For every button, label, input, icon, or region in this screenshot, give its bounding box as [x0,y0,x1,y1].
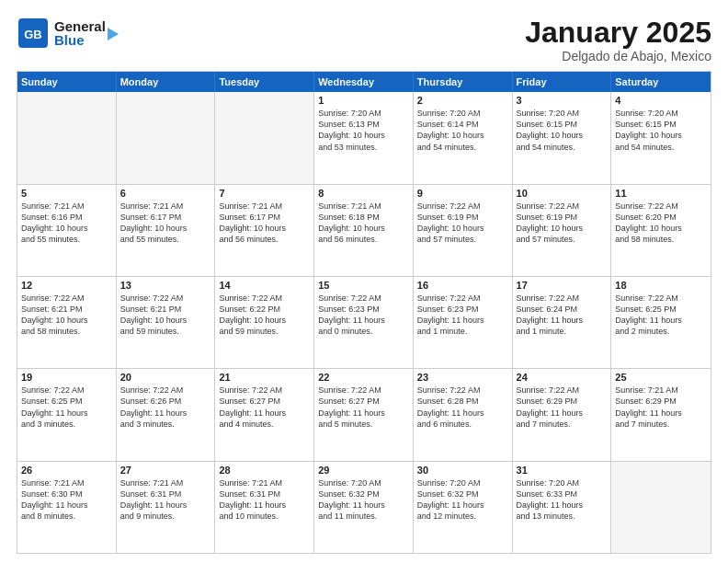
day-cell-17: 17Sunrise: 7:22 AM Sunset: 6:24 PM Dayli… [513,277,612,368]
cell-info: Sunrise: 7:21 AM Sunset: 6:29 PM Dayligh… [615,385,707,430]
day-cell-25: 25Sunrise: 7:21 AM Sunset: 6:29 PM Dayli… [611,369,711,460]
day-number: 6 [120,188,211,199]
weekday-header-tuesday: Tuesday [215,72,314,92]
day-number: 5 [21,188,112,199]
svg-text:GB: GB [24,28,42,41]
day-number: 24 [517,372,608,383]
day-number: 4 [615,95,707,106]
calendar-body: 1Sunrise: 7:20 AM Sunset: 6:13 PM Daylig… [17,92,711,553]
day-cell-27: 27Sunrise: 7:21 AM Sunset: 6:31 PM Dayli… [117,462,216,553]
day-number: 21 [219,372,310,383]
header: GB General Blue January 2025 Delgado de … [17,17,711,63]
cell-info: Sunrise: 7:22 AM Sunset: 6:25 PM Dayligh… [615,293,707,338]
day-cell-18: 18Sunrise: 7:22 AM Sunset: 6:25 PM Dayli… [611,277,711,368]
page: GB General Blue January 2025 Delgado de … [0,0,728,563]
calendar-row-1: 5Sunrise: 7:21 AM Sunset: 6:16 PM Daylig… [17,184,711,276]
cell-info: Sunrise: 7:22 AM Sunset: 6:23 PM Dayligh… [417,293,508,338]
title-block: January 2025 Delgado de Abajo, Mexico [525,17,711,63]
day-cell-1: 1Sunrise: 7:20 AM Sunset: 6:13 PM Daylig… [314,92,414,183]
day-number: 17 [517,280,608,291]
day-number: 14 [219,280,310,291]
logo: GB General Blue [17,17,119,50]
day-number: 1 [318,95,409,106]
day-cell-16: 16Sunrise: 7:22 AM Sunset: 6:23 PM Dayli… [414,277,513,368]
day-cell-12: 12Sunrise: 7:22 AM Sunset: 6:21 PM Dayli… [17,277,117,368]
location: Delgado de Abajo, Mexico [525,49,711,63]
calendar: SundayMondayTuesdayWednesdayThursdayFrid… [17,71,711,554]
day-number: 19 [21,372,112,383]
cell-info: Sunrise: 7:22 AM Sunset: 6:29 PM Dayligh… [517,385,608,430]
calendar-row-0: 1Sunrise: 7:20 AM Sunset: 6:13 PM Daylig… [17,92,711,183]
day-cell-28: 28Sunrise: 7:21 AM Sunset: 6:31 PM Dayli… [215,462,314,553]
day-number: 15 [318,280,409,291]
day-cell-14: 14Sunrise: 7:22 AM Sunset: 6:22 PM Dayli… [215,277,314,368]
day-cell-26: 26Sunrise: 7:21 AM Sunset: 6:30 PM Dayli… [17,462,117,553]
day-cell-4: 4Sunrise: 7:20 AM Sunset: 6:15 PM Daylig… [611,92,711,183]
empty-cell-r0c0 [17,92,117,183]
day-cell-31: 31Sunrise: 7:20 AM Sunset: 6:33 PM Dayli… [513,462,612,553]
cell-info: Sunrise: 7:20 AM Sunset: 6:14 PM Dayligh… [417,108,508,153]
day-number: 8 [318,188,409,199]
day-number: 2 [417,95,508,106]
day-cell-10: 10Sunrise: 7:22 AM Sunset: 6:19 PM Dayli… [513,185,612,276]
empty-cell-r0c2 [215,92,314,183]
cell-info: Sunrise: 7:22 AM Sunset: 6:24 PM Dayligh… [517,293,608,338]
day-cell-3: 3Sunrise: 7:20 AM Sunset: 6:15 PM Daylig… [513,92,612,183]
day-cell-20: 20Sunrise: 7:22 AM Sunset: 6:26 PM Dayli… [117,369,216,460]
cell-info: Sunrise: 7:22 AM Sunset: 6:23 PM Dayligh… [318,293,409,338]
cell-info: Sunrise: 7:20 AM Sunset: 6:15 PM Dayligh… [517,108,608,153]
cell-info: Sunrise: 7:21 AM Sunset: 6:18 PM Dayligh… [318,201,409,246]
cell-info: Sunrise: 7:22 AM Sunset: 6:19 PM Dayligh… [517,201,608,246]
cell-info: Sunrise: 7:20 AM Sunset: 6:32 PM Dayligh… [417,477,508,523]
day-number: 3 [517,95,608,106]
day-cell-22: 22Sunrise: 7:22 AM Sunset: 6:27 PM Dayli… [314,369,414,460]
weekday-header-friday: Friday [513,72,612,92]
weekday-header-saturday: Saturday [611,72,711,92]
cell-info: Sunrise: 7:22 AM Sunset: 6:25 PM Dayligh… [21,385,112,430]
calendar-row-3: 19Sunrise: 7:22 AM Sunset: 6:25 PM Dayli… [17,368,711,460]
day-number: 23 [417,372,508,383]
cell-info: Sunrise: 7:21 AM Sunset: 6:30 PM Dayligh… [21,477,112,523]
day-number: 18 [615,280,707,291]
day-cell-30: 30Sunrise: 7:20 AM Sunset: 6:32 PM Dayli… [414,462,513,553]
day-cell-6: 6Sunrise: 7:21 AM Sunset: 6:17 PM Daylig… [117,185,216,276]
day-cell-11: 11Sunrise: 7:22 AM Sunset: 6:20 PM Dayli… [611,185,711,276]
cell-info: Sunrise: 7:22 AM Sunset: 6:19 PM Dayligh… [417,201,508,246]
cell-info: Sunrise: 7:22 AM Sunset: 6:21 PM Dayligh… [120,293,211,338]
day-number: 27 [120,465,211,476]
cell-info: Sunrise: 7:22 AM Sunset: 6:28 PM Dayligh… [417,385,508,430]
cell-info: Sunrise: 7:22 AM Sunset: 6:26 PM Dayligh… [120,385,211,430]
day-number: 12 [21,280,112,291]
cell-info: Sunrise: 7:20 AM Sunset: 6:15 PM Dayligh… [615,108,707,153]
day-number: 26 [21,465,112,476]
cell-info: Sunrise: 7:21 AM Sunset: 6:17 PM Dayligh… [219,201,310,246]
weekday-header-sunday: Sunday [17,72,117,92]
day-cell-23: 23Sunrise: 7:22 AM Sunset: 6:28 PM Dayli… [414,369,513,460]
calendar-header: SundayMondayTuesdayWednesdayThursdayFrid… [17,72,711,92]
day-cell-29: 29Sunrise: 7:20 AM Sunset: 6:32 PM Dayli… [314,462,414,553]
calendar-row-4: 26Sunrise: 7:21 AM Sunset: 6:30 PM Dayli… [17,461,711,553]
cell-info: Sunrise: 7:21 AM Sunset: 6:16 PM Dayligh… [21,201,112,246]
day-cell-2: 2Sunrise: 7:20 AM Sunset: 6:14 PM Daylig… [414,92,513,183]
day-cell-5: 5Sunrise: 7:21 AM Sunset: 6:16 PM Daylig… [17,185,117,276]
month-title: January 2025 [525,17,711,49]
day-number: 16 [417,280,508,291]
day-cell-15: 15Sunrise: 7:22 AM Sunset: 6:23 PM Dayli… [314,277,414,368]
weekday-header-wednesday: Wednesday [314,72,414,92]
empty-cell-r4c6 [611,462,711,553]
cell-info: Sunrise: 7:20 AM Sunset: 6:32 PM Dayligh… [318,477,409,523]
cell-info: Sunrise: 7:22 AM Sunset: 6:22 PM Dayligh… [219,293,310,338]
calendar-row-2: 12Sunrise: 7:22 AM Sunset: 6:21 PM Dayli… [17,276,711,368]
day-number: 31 [517,465,608,476]
cell-info: Sunrise: 7:21 AM Sunset: 6:17 PM Dayligh… [120,201,211,246]
weekday-header-monday: Monday [117,72,216,92]
day-cell-7: 7Sunrise: 7:21 AM Sunset: 6:17 PM Daylig… [215,185,314,276]
day-number: 30 [417,465,508,476]
day-number: 7 [219,188,310,199]
day-number: 20 [120,372,211,383]
day-cell-8: 8Sunrise: 7:21 AM Sunset: 6:18 PM Daylig… [314,185,414,276]
weekday-header-thursday: Thursday [414,72,513,92]
logo-line2: Blue [54,33,106,47]
day-number: 11 [615,188,707,199]
cell-info: Sunrise: 7:22 AM Sunset: 6:21 PM Dayligh… [21,293,112,338]
